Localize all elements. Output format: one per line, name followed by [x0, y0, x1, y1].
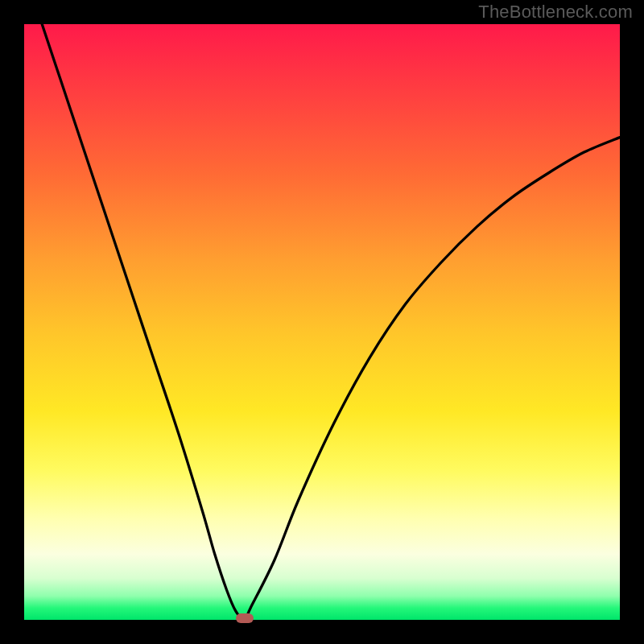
optimal-point-marker	[236, 613, 254, 623]
chart-frame: TheBottleneck.com	[0, 0, 644, 644]
plot-area	[24, 24, 620, 620]
watermark-text: TheBottleneck.com	[478, 2, 633, 23]
bottleneck-curve	[24, 24, 620, 620]
